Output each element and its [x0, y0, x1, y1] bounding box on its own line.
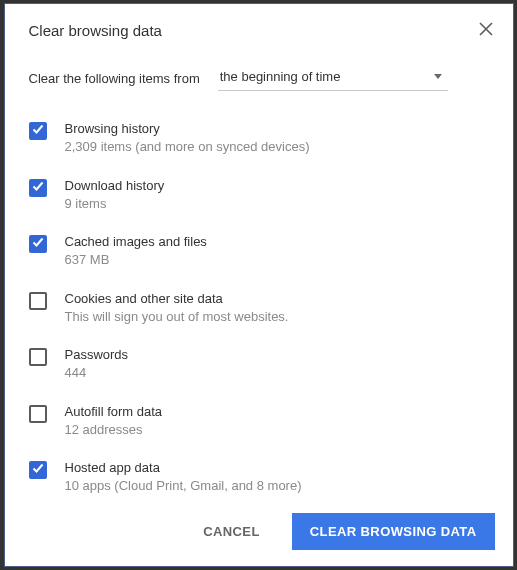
option-text: Passwords444 — [65, 347, 129, 382]
checkbox-passwords[interactable] — [29, 348, 47, 366]
dialog-title: Clear browsing data — [29, 22, 162, 39]
clear-browsing-data-button[interactable]: CLEAR BROWSING DATA — [292, 513, 495, 550]
dialog-footer: CANCEL CLEAR BROWSING DATA — [5, 501, 513, 566]
option-title: Autofill form data — [65, 404, 163, 419]
checkmark-icon — [31, 179, 45, 197]
option-title: Cookies and other site data — [65, 291, 289, 306]
option-download-history: Download history9 items — [29, 168, 489, 225]
option-subtitle: This will sign you out of most websites. — [65, 308, 289, 326]
option-title: Download history — [65, 178, 165, 193]
checkbox-browsing-history[interactable] — [29, 122, 47, 140]
options-list: Browsing history2,309 items (and more on… — [5, 101, 513, 501]
option-browsing-history: Browsing history2,309 items (and more on… — [29, 111, 489, 168]
option-text: Hosted app data10 apps (Cloud Print, Gma… — [65, 460, 302, 495]
option-text: Cookies and other site dataThis will sig… — [65, 291, 289, 326]
option-text: Download history9 items — [65, 178, 165, 213]
close-icon — [479, 22, 493, 40]
option-passwords: Passwords444 — [29, 337, 489, 394]
checkbox-autofill[interactable] — [29, 405, 47, 423]
option-autofill: Autofill form data12 addresses — [29, 394, 489, 451]
dialog-header: Clear browsing data — [5, 4, 513, 47]
timeframe-selected-value: the beginning of time — [220, 69, 341, 84]
close-button[interactable] — [479, 24, 493, 38]
checkmark-icon — [31, 461, 45, 479]
timeframe-row: Clear the following items from the begin… — [5, 47, 513, 101]
option-cookies: Cookies and other site dataThis will sig… — [29, 281, 489, 338]
option-subtitle: 12 addresses — [65, 421, 163, 439]
option-hosted-app: Hosted app data10 apps (Cloud Print, Gma… — [29, 450, 489, 501]
option-subtitle: 637 MB — [65, 251, 207, 269]
option-text: Cached images and files637 MB — [65, 234, 207, 269]
option-subtitle: 444 — [65, 364, 129, 382]
cancel-button[interactable]: CANCEL — [185, 513, 278, 550]
option-text: Autofill form data12 addresses — [65, 404, 163, 439]
checkmark-icon — [31, 122, 45, 140]
checkbox-download-history[interactable] — [29, 179, 47, 197]
option-subtitle: 2,309 items (and more on synced devices) — [65, 138, 310, 156]
option-subtitle: 9 items — [65, 195, 165, 213]
timeframe-dropdown[interactable]: the beginning of time — [218, 65, 448, 91]
option-title: Passwords — [65, 347, 129, 362]
option-title: Cached images and files — [65, 234, 207, 249]
checkbox-cached-images[interactable] — [29, 235, 47, 253]
checkbox-cookies[interactable] — [29, 292, 47, 310]
option-title: Browsing history — [65, 121, 310, 136]
option-subtitle: 10 apps (Cloud Print, Gmail, and 8 more) — [65, 477, 302, 495]
option-text: Browsing history2,309 items (and more on… — [65, 121, 310, 156]
checkbox-hosted-app[interactable] — [29, 461, 47, 479]
clear-browsing-data-dialog: Clear browsing data Clear the following … — [4, 3, 514, 567]
checkmark-icon — [31, 235, 45, 253]
option-title: Hosted app data — [65, 460, 302, 475]
option-cached-images: Cached images and files637 MB — [29, 224, 489, 281]
timeframe-prefix-label: Clear the following items from — [29, 71, 200, 86]
chevron-down-icon — [434, 74, 442, 79]
